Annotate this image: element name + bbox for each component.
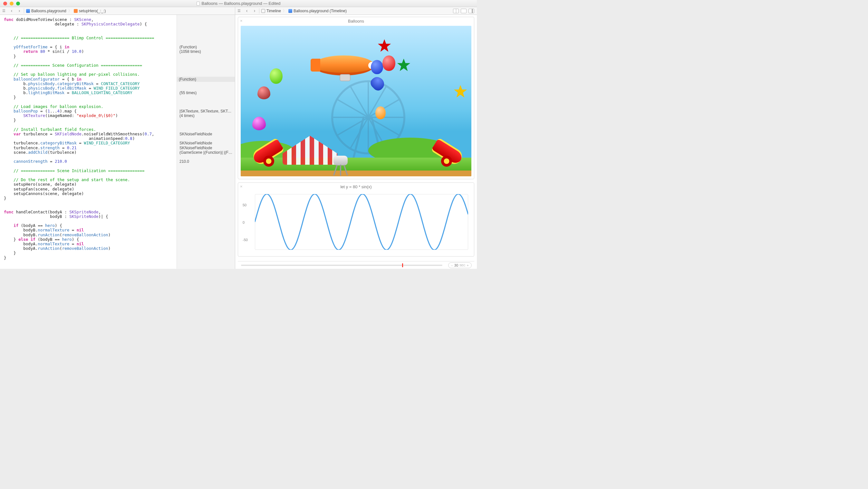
star-green (397, 58, 411, 72)
timeline-file-label: Balloons.playground (Timeline) (293, 9, 347, 13)
assistant-forward-button[interactable]: › (251, 7, 258, 14)
live-view-panel: × Balloons (238, 17, 474, 179)
balloon-orange (375, 106, 386, 119)
related-items-button[interactable]: ☰ (0, 7, 8, 14)
star-red (377, 39, 392, 53)
timeline-scrubber-thumb[interactable] (402, 263, 403, 267)
assistant-layout-buttons (453, 9, 477, 13)
result-row[interactable]: (Function) (177, 77, 235, 82)
result-row[interactable]: (4 times) (179, 113, 234, 118)
breadcrumb-symbol[interactable]: setupHero(_:_:) (72, 9, 107, 13)
jump-bar-right: ☰ ‹ › Timeline 〉 Balloons.playground (Ti… (235, 7, 477, 14)
assistant-close-button[interactable] (468, 9, 474, 13)
assistant-layout-split-button[interactable] (453, 9, 459, 13)
separator (24, 8, 24, 13)
separator (259, 8, 259, 13)
main-split: func doDidMoveToView(scene : SKScene, de… (0, 15, 477, 269)
hero-tripod (334, 156, 348, 165)
nav-forward-button[interactable]: › (16, 7, 23, 14)
timeline-mode-label: Timeline (267, 9, 281, 13)
value-history-title: let y = 80 * sin(x) (238, 183, 474, 191)
sine-plot (255, 194, 468, 250)
window-titlebar: Balloons — Balloons.playground — Edited (0, 0, 477, 7)
cannon-right (430, 143, 466, 167)
results-sidebar[interactable]: (Function)(1058 times)(Function)(55 time… (177, 15, 235, 269)
svg-marker-2 (454, 85, 467, 98)
balloon-blue (371, 60, 383, 74)
timeline-footer: – 30 SEC + (238, 261, 474, 269)
window-title: Balloons — Balloons.playground — Edited (0, 1, 477, 6)
y-tick-50: 50 (243, 203, 246, 207)
assistant-related-button[interactable]: ☰ (235, 7, 243, 14)
swift-func-icon (74, 9, 78, 13)
value-history-panel: × let y = 80 * sin(x) 50 0 -50 (238, 182, 474, 256)
panel-close-button[interactable]: × (240, 19, 243, 23)
svg-marker-1 (397, 59, 410, 71)
balloon-green (270, 68, 283, 84)
star-yellow (453, 85, 467, 99)
cannon-left (250, 143, 285, 167)
jump-bar-row: ☰ ‹ › Balloons.playground 〉 setupHero(_:… (0, 7, 477, 15)
breadcrumb-separator-icon: 〉 (282, 8, 287, 13)
breadcrumb-separator-icon: 〉 (68, 8, 72, 13)
timeline-crumb-mode[interactable]: Timeline (260, 9, 282, 13)
balloon-red (382, 56, 395, 71)
y-tick-neg50: -50 (243, 238, 248, 242)
live-view-title: Balloons (238, 17, 474, 25)
duration-decrement-icon[interactable]: – (451, 263, 453, 267)
result-row[interactable]: (55 times) (179, 90, 234, 95)
assistant-add-button[interactable] (461, 9, 467, 13)
jump-bar-left: ☰ ‹ › Balloons.playground 〉 setupHero(_:… (0, 7, 235, 14)
document-icon (196, 2, 200, 5)
nav-back-button[interactable]: ‹ (8, 7, 16, 14)
balloon-maroon (257, 86, 270, 99)
breadcrumb-symbol-label: setupHero(_:_:) (79, 9, 106, 13)
result-row[interactable]: 210.0 (179, 159, 234, 164)
circus-tent (283, 136, 337, 165)
timeline-mode-icon (261, 9, 265, 13)
balloons-scene (241, 26, 471, 176)
editor-pane: func doDidMoveToView(scene : SKScene, de… (0, 15, 235, 269)
playground-file-icon (26, 9, 30, 13)
source-editor[interactable]: func doDidMoveToView(scene : SKScene, de… (0, 15, 177, 269)
result-row[interactable]: (1058 times) (179, 49, 234, 54)
y-tick-0: 0 (243, 220, 245, 224)
duration-unit: SEC (460, 264, 466, 267)
svg-marker-0 (378, 39, 391, 52)
duration-increment-icon[interactable]: + (467, 263, 469, 267)
window-title-text: Balloons — Balloons.playground — Edited (202, 1, 281, 6)
result-row[interactable]: (GameScene |(Function)| |(F… (179, 150, 234, 155)
playground-file-icon (288, 9, 292, 13)
blimp (313, 56, 374, 79)
timeline-pane: × Balloons (235, 15, 477, 269)
assistant-back-button[interactable]: ‹ (243, 7, 251, 14)
timeline-duration-field[interactable]: – 30 SEC + (448, 263, 472, 268)
sine-chart: 50 0 -50 (241, 191, 471, 254)
result-row[interactable]: SKNoiseFieldNode (179, 131, 234, 137)
breadcrumb-file[interactable]: Balloons.playground (25, 9, 68, 13)
balloon-purple (252, 117, 266, 130)
timeline-crumb-file[interactable]: Balloons.playground (Timeline) (287, 9, 348, 13)
panel-close-button[interactable]: × (240, 184, 243, 189)
duration-value: 30 (454, 263, 458, 267)
timeline-scrubber[interactable] (241, 265, 442, 266)
breadcrumb-file-label: Balloons.playground (31, 9, 66, 13)
